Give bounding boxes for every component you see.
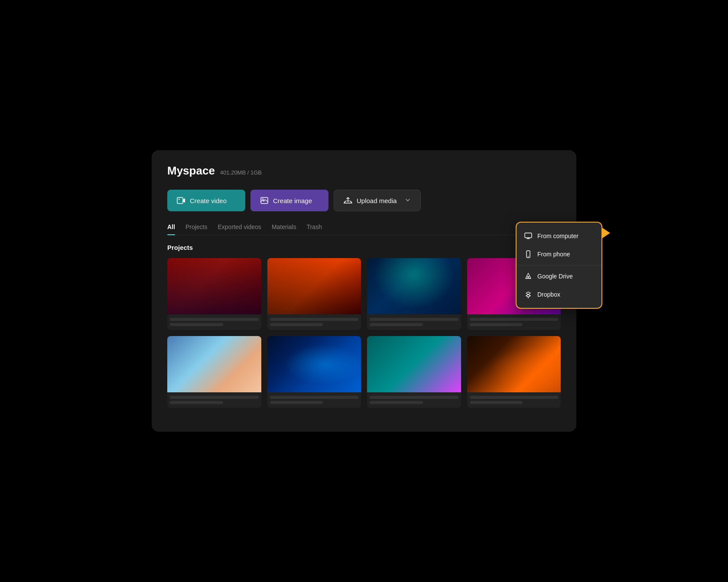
dropdown-item-dropbox-label: Dropbox: [537, 291, 560, 298]
caption-line-short: [370, 401, 423, 404]
caption-line-short: [470, 323, 523, 326]
upload-media-label: Upload media: [357, 197, 397, 204]
caption-line-short: [170, 401, 223, 404]
media-grid-row1: [167, 258, 561, 330]
media-item-5[interactable]: [167, 336, 261, 408]
dropdown-item-computer[interactable]: From computer: [517, 227, 601, 245]
upload-icon: [344, 196, 352, 205]
media-item-7[interactable]: [367, 336, 461, 408]
dropdown-item-phone-label: From phone: [537, 251, 570, 258]
google-drive-icon: [524, 272, 532, 280]
projects-section: Projects: [167, 244, 561, 408]
tabs-bar: All Projects Exported videos Materials T…: [167, 223, 561, 235]
video-icon: [177, 196, 185, 205]
media-item-1[interactable]: [167, 258, 261, 330]
media-item-3[interactable]: [367, 258, 461, 330]
caption-line: [270, 396, 359, 399]
caption-line: [170, 396, 259, 399]
header: Myspace 401.20MB / 1GB: [167, 164, 561, 178]
caption-line: [270, 318, 359, 321]
main-panel: Myspace 401.20MB / 1GB Create video: [152, 150, 576, 432]
upload-media-button[interactable]: Upload media: [334, 190, 421, 211]
caption-line: [470, 318, 559, 321]
caption-line-short: [270, 401, 323, 404]
create-image-button[interactable]: Create image: [250, 190, 328, 211]
tab-exported-videos[interactable]: Exported videos: [218, 223, 261, 235]
phone-icon: [524, 250, 532, 258]
caption-line: [370, 318, 458, 321]
caption-line-short: [170, 323, 223, 326]
dropdown-divider: [517, 265, 601, 265]
cursor-arrow-indicator: [602, 228, 610, 238]
caption-line-short: [470, 401, 523, 404]
media-grid-row2: [167, 336, 561, 408]
monitor-icon: [524, 232, 532, 240]
caption-line: [170, 318, 259, 321]
upload-dropdown-menu: From computer From phone Google Drive: [516, 222, 602, 309]
workspace-title: Myspace: [167, 164, 215, 178]
tab-all[interactable]: All: [167, 223, 175, 235]
svg-rect-4: [525, 233, 532, 238]
caption-line: [470, 396, 559, 399]
tab-materials[interactable]: Materials: [272, 223, 296, 235]
image-icon: [260, 196, 269, 205]
chevron-down-icon: [405, 197, 411, 204]
tab-projects[interactable]: Projects: [185, 223, 208, 235]
action-buttons: Create video Create image Upload med: [167, 190, 561, 211]
create-video-label: Create video: [190, 197, 227, 204]
dropdown-item-gdrive-label: Google Drive: [537, 273, 573, 280]
dropdown-item-phone[interactable]: From phone: [517, 245, 601, 263]
media-item-6[interactable]: [267, 336, 361, 408]
create-image-label: Create image: [273, 197, 312, 204]
tab-trash[interactable]: Trash: [307, 223, 322, 235]
caption-line-short: [370, 323, 423, 326]
caption-line-short: [270, 323, 323, 326]
media-item-2[interactable]: [267, 258, 361, 330]
caption-line: [370, 396, 458, 399]
svg-point-7: [528, 297, 529, 298]
svg-rect-0: [177, 197, 183, 204]
dropbox-icon: [524, 291, 532, 298]
create-video-button[interactable]: Create video: [167, 190, 245, 211]
storage-info: 401.20MB / 1GB: [220, 169, 262, 176]
svg-point-6: [528, 256, 529, 257]
dropdown-item-dropbox[interactable]: Dropbox: [517, 285, 601, 304]
projects-section-title: Projects: [167, 244, 561, 251]
dropdown-item-computer-label: From computer: [537, 233, 578, 239]
media-item-8[interactable]: [467, 336, 561, 408]
svg-rect-1: [179, 199, 180, 200]
dropdown-item-gdrive[interactable]: Google Drive: [517, 267, 601, 285]
